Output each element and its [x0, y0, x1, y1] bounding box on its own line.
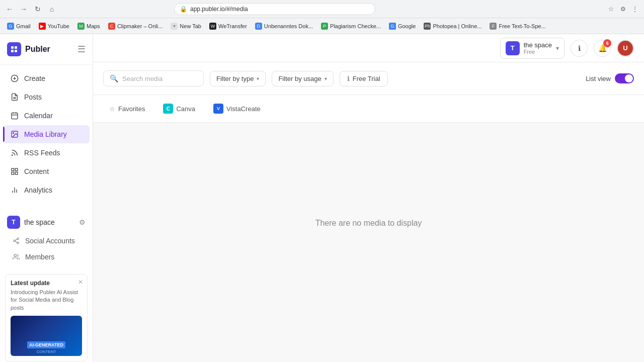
- list-view-toggle: List view: [586, 73, 634, 83]
- filter-type-label: Filter by type: [216, 75, 254, 82]
- sidebar-item-rss-feeds[interactable]: RSS Feeds: [3, 144, 90, 162]
- sidebar-item-members-label: Members: [25, 253, 54, 261]
- bookmark-gmail[interactable]: G Gmail: [4, 22, 34, 31]
- bookmark-photopea[interactable]: Ph Photopea | Online...: [421, 22, 485, 31]
- bookmark-star-icon[interactable]: ☆: [606, 4, 616, 14]
- search-input[interactable]: [122, 75, 193, 82]
- top-header: T the space Free ▾ ℹ 🔔 5 U: [93, 34, 644, 62]
- canva-filter[interactable]: C Canva: [157, 101, 201, 116]
- svg-rect-17: [15, 168, 18, 171]
- sidebar-item-analytics[interactable]: Analytics: [3, 181, 90, 199]
- sidebar-item-create[interactable]: Create: [3, 69, 90, 87]
- image-icon: [10, 130, 19, 139]
- star-icon: ☆: [109, 105, 115, 113]
- sidebar-item-calendar[interactable]: Calendar: [3, 107, 90, 125]
- plus-circle-icon: [10, 74, 19, 83]
- latest-update-close-button[interactable]: ✕: [78, 279, 83, 286]
- notification-button[interactable]: 🔔 5: [594, 40, 611, 57]
- svg-rect-0: [11, 46, 14, 49]
- google-icon: G: [389, 23, 396, 30]
- search-icon: 🔍: [110, 74, 118, 82]
- sidebar-item-posts[interactable]: Posts: [3, 88, 90, 106]
- wetransfer-icon: W: [209, 23, 216, 30]
- svg-rect-9: [12, 113, 18, 119]
- back-button[interactable]: ←: [4, 4, 15, 15]
- bookmark-text-to-speech[interactable]: F Free Text-To-Spe...: [487, 22, 548, 31]
- bookmark-maps[interactable]: M Maps: [74, 22, 103, 31]
- sidebar-toggle-button[interactable]: ☰: [77, 44, 86, 55]
- header-workspace-plan: Free: [524, 49, 552, 55]
- browser-actions: ☆ ⚙ ⋮: [606, 4, 640, 14]
- filter-by-usage-button[interactable]: Filter by usage ▾: [272, 71, 333, 86]
- sidebar-item-content-label: Content: [24, 167, 49, 175]
- workspace-avatar: T: [7, 216, 20, 229]
- svg-line-26: [15, 241, 17, 242]
- clipmaker-icon: C: [108, 23, 115, 30]
- maps-icon: M: [77, 23, 85, 30]
- notification-badge: 5: [603, 39, 611, 47]
- extension-icon[interactable]: ⚙: [618, 4, 628, 14]
- youtube-icon: ▶: [39, 23, 46, 30]
- home-button[interactable]: ⌂: [46, 4, 57, 15]
- url-text: app.publer.io/#/media: [190, 6, 248, 13]
- bookmark-youtube[interactable]: ▶ YouTube: [36, 22, 72, 31]
- vistacreate-label: VistaCreate: [226, 105, 261, 113]
- sidebar-item-members[interactable]: Members: [7, 249, 86, 265]
- list-view-switch[interactable]: [615, 73, 634, 83]
- file-text-icon: [10, 93, 19, 102]
- free-trial-button[interactable]: ℹ Free Trial: [340, 71, 388, 86]
- logo-text: Publer: [25, 45, 50, 54]
- address-bar[interactable]: 🔒 app.publer.io/#/media: [174, 3, 375, 15]
- workspace-settings-icon[interactable]: ⚙: [79, 218, 86, 226]
- empty-state-text: There are no media to display: [315, 219, 422, 228]
- search-box[interactable]: 🔍: [103, 70, 204, 86]
- forward-button[interactable]: →: [18, 4, 29, 15]
- sidebar-item-social-accounts-label: Social Accounts: [25, 237, 75, 245]
- sidebar: Publer ☰ Create Posts Calendar: [0, 34, 93, 362]
- sidebar-item-media-library[interactable]: Media Library: [3, 125, 90, 143]
- free-trial-info-icon: ℹ: [347, 75, 350, 82]
- bookmark-google[interactable]: G Google: [386, 22, 419, 31]
- reload-button[interactable]: ↻: [32, 4, 43, 15]
- svg-rect-2: [11, 50, 14, 52]
- sidebar-item-analytics-label: Analytics: [24, 186, 52, 194]
- info-button[interactable]: ℹ: [571, 40, 588, 57]
- bookmark-plagiarism[interactable]: P Plagiarism Checke...: [318, 22, 384, 31]
- latest-update-title: Latest update: [11, 280, 82, 287]
- canva-logo-icon: C: [163, 104, 173, 114]
- vistacreate-logo-icon: V: [213, 104, 223, 114]
- bookmark-unbenanntes[interactable]: D Unbenanntes Dok...: [252, 22, 316, 31]
- toggle-knob: [625, 74, 633, 82]
- sidebar-item-calendar-label: Calendar: [24, 112, 53, 120]
- menu-icon[interactable]: ⋮: [630, 4, 640, 14]
- svg-rect-3: [15, 50, 17, 52]
- latest-update-card: ✕ Latest update Introducing Publer AI As…: [5, 274, 88, 361]
- info-icon: ℹ: [578, 44, 581, 52]
- calendar-icon: [10, 111, 19, 120]
- svg-point-23: [17, 238, 19, 240]
- bar-chart-icon: [10, 186, 19, 195]
- user-avatar[interactable]: U: [617, 40, 634, 57]
- chevron-down-icon: ▾: [556, 45, 559, 52]
- sidebar-header: Publer ☰: [0, 34, 93, 65]
- chevron-down-usage-icon: ▾: [325, 76, 327, 81]
- favorites-filter[interactable]: ☆ Favorites: [103, 103, 151, 115]
- workspace-selector[interactable]: T the space Free ▾: [500, 38, 565, 59]
- main-content: T the space Free ▾ ℹ 🔔 5 U 🔍: [93, 34, 644, 362]
- tts-icon: F: [490, 23, 497, 30]
- bookmark-wetransfer[interactable]: W WeTransfer: [206, 22, 250, 31]
- filter-by-type-button[interactable]: Filter by type ▾: [210, 71, 266, 86]
- sidebar-nav: Create Posts Calendar Media Library: [0, 65, 93, 204]
- bookmark-clipmaker[interactable]: C Clipmaker – Onli...: [105, 22, 166, 31]
- svg-point-25: [17, 242, 19, 244]
- browser-bar: ← → ↻ ⌂ 🔒 app.publer.io/#/media ☆ ⚙ ⋮: [0, 0, 644, 18]
- sidebar-item-social-accounts[interactable]: Social Accounts: [7, 233, 86, 249]
- users-icon: [12, 253, 20, 261]
- svg-point-28: [14, 254, 17, 257]
- unbenanntes-icon: D: [255, 23, 262, 30]
- favorites-label: Favorites: [118, 105, 145, 113]
- vistacreate-filter[interactable]: V VistaCreate: [207, 101, 267, 116]
- photopea-icon: Ph: [424, 23, 431, 30]
- sidebar-item-content[interactable]: Content: [3, 162, 90, 180]
- bookmark-newtab[interactable]: + New Tab: [168, 22, 204, 31]
